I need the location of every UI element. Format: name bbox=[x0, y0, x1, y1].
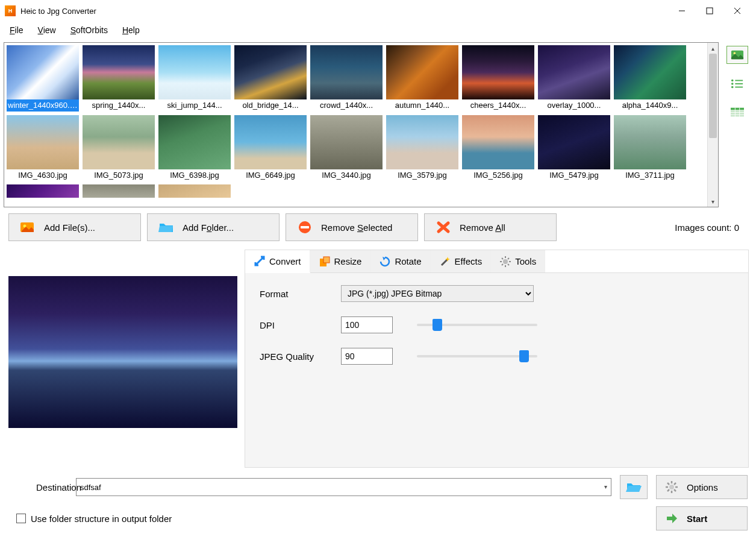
svg-rect-18 bbox=[301, 226, 309, 228]
thumbnail-item[interactable]: cheers_1440x... bbox=[462, 45, 534, 112]
destination-label: Destination bbox=[8, 482, 67, 492]
grid-scrollbar[interactable]: ▴ ▾ bbox=[707, 43, 718, 207]
menu-softorbits[interactable]: SoftOrbits bbox=[64, 23, 114, 37]
menu-file[interactable]: File bbox=[4, 23, 30, 37]
svg-rect-0 bbox=[707, 8, 713, 14]
thumbnail-item[interactable]: winter_1440x960.heic bbox=[7, 45, 79, 112]
thumbnail-item[interactable] bbox=[7, 184, 79, 198]
gear-icon bbox=[665, 480, 678, 494]
thumbnail-item[interactable]: old_bridge_14... bbox=[234, 45, 307, 112]
svg-rect-8 bbox=[735, 87, 743, 88]
dpi-label: DPI bbox=[260, 320, 329, 330]
svg-line-36 bbox=[674, 489, 676, 491]
start-button[interactable]: Start bbox=[656, 506, 748, 530]
use-folder-structure-checkbox[interactable] bbox=[16, 514, 26, 523]
svg-rect-11 bbox=[731, 113, 744, 115]
thumbnail-item[interactable]: IMG_3440.jpg bbox=[310, 115, 383, 181]
chevron-down-icon[interactable]: ▾ bbox=[604, 483, 607, 490]
thumbnail-item[interactable]: IMG_5073.jpg bbox=[83, 115, 155, 181]
thumbnail-item[interactable]: IMG_5479.jpg bbox=[538, 115, 610, 181]
menu-view[interactable]: View bbox=[32, 23, 62, 37]
thumbnail-grid: winter_1440x960.heic spring_1440x... ski… bbox=[4, 42, 719, 207]
thumbnail-item[interactable]: crowd_1440x... bbox=[310, 45, 383, 112]
view-details-button[interactable] bbox=[726, 104, 748, 122]
svg-rect-9 bbox=[731, 108, 744, 110]
remove-all-button[interactable]: Remove All bbox=[424, 213, 557, 241]
thumbnail-item[interactable]: overlay_1000... bbox=[538, 45, 610, 112]
preview-panel bbox=[7, 250, 239, 455]
minimize-button[interactable] bbox=[668, 1, 696, 20]
add-files-label: Add File(s)... bbox=[44, 222, 95, 233]
thumbnail-item[interactable]: IMG_4630.jpg bbox=[7, 115, 79, 181]
svg-line-35 bbox=[667, 483, 669, 485]
thumbnail-item[interactable] bbox=[158, 184, 231, 198]
app-icon: H bbox=[5, 5, 16, 16]
svg-rect-4 bbox=[735, 80, 743, 81]
options-button[interactable]: Options bbox=[656, 475, 748, 499]
use-folder-structure-label: Use folder structure in output folder bbox=[31, 514, 172, 524]
quality-label: JPEG Quality bbox=[260, 351, 329, 362]
view-sidebar bbox=[722, 42, 752, 207]
svg-rect-10 bbox=[731, 110, 744, 112]
scroll-up-icon[interactable]: ▴ bbox=[708, 43, 718, 54]
format-label: Format bbox=[260, 289, 329, 299]
thumbnail-item[interactable]: alpha_1440x9... bbox=[614, 45, 686, 112]
quality-input[interactable] bbox=[341, 348, 393, 365]
remove-selected-label: Remove Selected bbox=[321, 222, 392, 233]
convert-icon bbox=[254, 255, 266, 267]
tab-effects[interactable]: Effects bbox=[431, 250, 492, 272]
view-thumbnails-button[interactable] bbox=[726, 46, 748, 64]
destination-input[interactable]: sdfsaf ▾ bbox=[76, 478, 611, 496]
add-folder-label: Add Folder... bbox=[183, 222, 234, 233]
tabs-panel: Convert Resize Rotate Effects Tools Form… bbox=[245, 250, 749, 468]
thumbnail-item[interactable]: autumn_1440... bbox=[386, 45, 458, 112]
svg-line-38 bbox=[667, 489, 669, 491]
folder-icon bbox=[158, 221, 174, 234]
close-button[interactable] bbox=[723, 1, 751, 20]
thumbnail-item[interactable]: spring_1440x... bbox=[83, 45, 155, 112]
svg-line-29 bbox=[502, 264, 503, 265]
svg-point-21 bbox=[503, 259, 508, 264]
svg-rect-12 bbox=[731, 115, 744, 117]
thumbnail-item[interactable]: IMG_3711.jpg bbox=[614, 115, 686, 181]
remove-all-icon bbox=[436, 221, 451, 234]
svg-line-28 bbox=[508, 258, 509, 259]
svg-point-30 bbox=[669, 485, 674, 489]
thumbnail-item[interactable]: IMG_5256.jpg bbox=[462, 115, 534, 181]
dpi-slider[interactable] bbox=[417, 317, 537, 333]
thumbnail-item[interactable]: IMG_6398.jpg bbox=[158, 115, 231, 181]
thumbnail-item[interactable]: IMG_6649.jpg bbox=[234, 115, 307, 181]
thumbnail-item[interactable]: IMG_3579.jpg bbox=[386, 115, 458, 181]
format-select[interactable]: JPG (*.jpg) JPEG Bitmap bbox=[341, 285, 534, 302]
tab-tools[interactable]: Tools bbox=[491, 250, 545, 272]
resize-icon bbox=[319, 256, 331, 268]
menu-help[interactable]: Help bbox=[116, 23, 146, 37]
view-list-button[interactable] bbox=[726, 75, 748, 93]
svg-line-26 bbox=[502, 258, 503, 259]
scroll-thumb[interactable] bbox=[709, 54, 717, 138]
bottom-bar: Destination sdfsaf ▾ Options Use folder … bbox=[0, 470, 756, 535]
scroll-down-icon[interactable]: ▾ bbox=[708, 196, 718, 207]
tab-rotate[interactable]: Rotate bbox=[370, 250, 430, 272]
dpi-input[interactable] bbox=[341, 316, 393, 333]
svg-line-37 bbox=[674, 483, 676, 485]
maximize-button[interactable] bbox=[696, 1, 723, 20]
effects-icon bbox=[439, 256, 451, 268]
quality-slider[interactable] bbox=[417, 348, 537, 364]
rotate-icon bbox=[379, 256, 391, 268]
remove-selected-button[interactable]: Remove Selected bbox=[286, 213, 418, 241]
tab-resize[interactable]: Resize bbox=[310, 250, 371, 272]
browse-button[interactable] bbox=[620, 475, 648, 499]
svg-point-5 bbox=[731, 83, 734, 85]
thumbnail-item[interactable]: ski_jump_144... bbox=[158, 45, 231, 112]
tab-convert[interactable]: Convert bbox=[245, 250, 310, 273]
folder-open-icon bbox=[626, 480, 642, 494]
svg-point-7 bbox=[731, 86, 734, 89]
add-files-button[interactable]: Add File(s)... bbox=[8, 213, 141, 241]
add-folder-button[interactable]: Add Folder... bbox=[147, 213, 280, 241]
preview-image bbox=[8, 276, 237, 428]
add-files-icon bbox=[20, 221, 36, 234]
toolbar: Add File(s)... Add Folder... Remove Sele… bbox=[0, 207, 756, 247]
app-title: Heic to Jpg Converter bbox=[20, 7, 96, 16]
thumbnail-item[interactable] bbox=[83, 184, 155, 198]
